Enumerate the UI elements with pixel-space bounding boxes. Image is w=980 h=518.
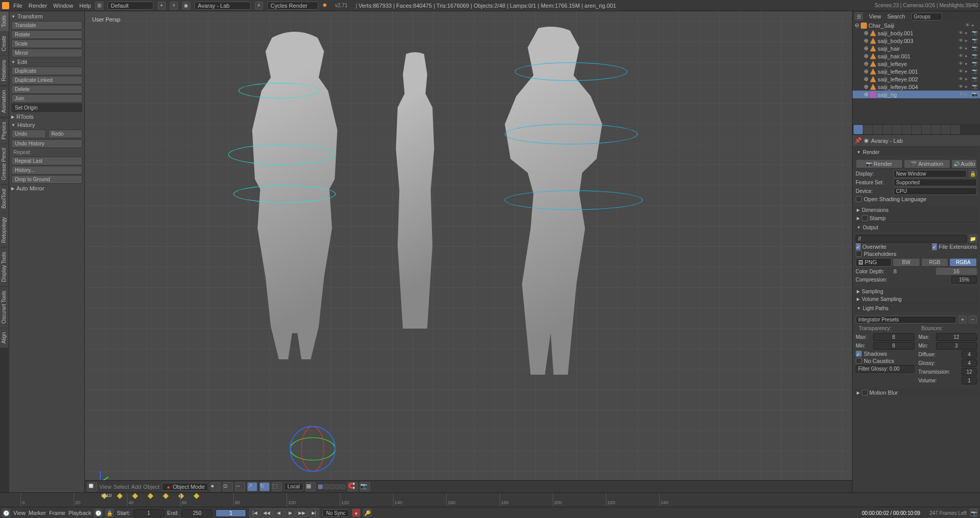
- mode-rgba[interactable]: RGBA: [949, 258, 977, 267]
- scale-button[interactable]: Scale: [11, 39, 82, 48]
- depth-8[interactable]: 8: [894, 268, 934, 274]
- select-icon[interactable]: ▸: [965, 69, 971, 75]
- lock-icon[interactable]: 🔒: [969, 169, 977, 178]
- render-icon[interactable]: 📷: [972, 69, 978, 75]
- tab-booltool[interactable]: BoolTool: [0, 185, 9, 212]
- manip-scale-icon[interactable]: ⬚: [272, 482, 282, 491]
- layout-selector[interactable]: Default: [107, 2, 154, 10]
- outliner-item[interactable]: ⊕saiji_lefteye.002👁▸📷: [853, 75, 980, 83]
- menu-render[interactable]: Render: [29, 3, 47, 9]
- pivot-icon[interactable]: ⊙: [223, 482, 233, 491]
- menu-help[interactable]: Help: [79, 3, 91, 9]
- select-icon[interactable]: ▸: [965, 53, 971, 59]
- select-icon[interactable]: ▸: [965, 76, 971, 82]
- duplicate-linked-button[interactable]: Duplicate Linked: [11, 76, 82, 84]
- layers-icon[interactable]: ▦: [306, 482, 316, 491]
- data-tab-icon[interactable]: [922, 125, 931, 134]
- drop-to-ground-button[interactable]: Drop to Ground: [11, 175, 82, 184]
- tab-display-tools[interactable]: Display Tools: [0, 248, 9, 286]
- tl-marker[interactable]: Marker: [29, 510, 46, 516]
- dimensions-header[interactable]: Dimensions: [854, 206, 979, 214]
- compression-input[interactable]: 15%: [951, 276, 977, 284]
- menu-file[interactable]: File: [13, 3, 23, 9]
- rotate-button[interactable]: Rotate: [11, 30, 82, 39]
- transform-gizmo[interactable]: [290, 426, 336, 472]
- outliner-item[interactable]: ⊕saiji_lefteye.001👁▸📷: [853, 68, 980, 75]
- add-preset-icon[interactable]: +: [959, 315, 967, 323]
- rig-control[interactable]: [233, 185, 336, 203]
- manip-rotate-icon[interactable]: ↻: [259, 482, 270, 491]
- motion-blur-header[interactable]: Motion Blur: [854, 389, 979, 397]
- visibility-icon[interactable]: 👁: [959, 69, 965, 75]
- visibility-icon[interactable]: 👁: [959, 76, 965, 82]
- mode-selector[interactable]: 🔺 Object Mode: [162, 483, 208, 491]
- auto-mirror-header[interactable]: Auto Mirror: [10, 184, 83, 192]
- timeline-ruler[interactable]: 0010 020406080100120140160180200220240: [0, 493, 980, 507]
- prev-keyframe-icon[interactable]: ◀◀: [261, 508, 272, 517]
- folder-icon[interactable]: 📁: [969, 234, 977, 243]
- outliner-item[interactable]: ⊕saiji_body.003👁▸📷: [853, 37, 980, 45]
- filter-glossy-input[interactable]: Filter Glossy: 0.00: [856, 365, 914, 373]
- vp-menu-view[interactable]: View: [99, 484, 112, 490]
- placeholders-checkbox[interactable]: [856, 251, 862, 257]
- mode-bw[interactable]: BW: [892, 258, 920, 267]
- layer-buttons[interactable]: [318, 484, 345, 489]
- bounce-max-input[interactable]: 12: [936, 333, 977, 341]
- glossy-input[interactable]: 4: [962, 359, 977, 367]
- close-layout-button[interactable]: ×: [170, 2, 178, 10]
- manip-translate-icon[interactable]: ↗: [247, 482, 257, 491]
- integrator-presets[interactable]: Integrator Presets: [856, 316, 956, 323]
- render-icon[interactable]: 📷: [972, 46, 978, 52]
- stamp-header[interactable]: Stamp: [854, 214, 979, 222]
- tab-create[interactable]: Create: [0, 32, 9, 55]
- rtools-header[interactable]: RTools: [10, 113, 83, 121]
- render-icon[interactable]: 📷: [972, 53, 978, 59]
- select-icon[interactable]: ▸: [965, 84, 971, 90]
- shading-solid-icon[interactable]: ●: [210, 482, 221, 491]
- rig-control[interactable]: [515, 62, 627, 81]
- visibility-icon[interactable]: 👁: [965, 23, 971, 29]
- tab-tools[interactable]: Tools: [0, 11, 9, 31]
- range-icon[interactable]: 🕐: [94, 509, 102, 517]
- select-icon[interactable]: ▸: [965, 46, 971, 52]
- remove-preset-icon[interactable]: −: [969, 315, 977, 323]
- world-tab-icon[interactable]: [883, 125, 892, 134]
- stamp-checkbox[interactable]: [862, 215, 868, 221]
- tl-playback[interactable]: Playback: [69, 510, 92, 516]
- output-header[interactable]: Output: [854, 224, 979, 231]
- tab-align[interactable]: Align: [0, 328, 9, 348]
- vp-menu-object[interactable]: Object: [143, 484, 160, 490]
- visibility-icon[interactable]: 👁: [959, 84, 965, 90]
- outliner-item[interactable]: ⊕saiji_hair👁▸📷: [853, 45, 980, 52]
- fileext-checkbox[interactable]: [932, 243, 937, 250]
- mode-rgb[interactable]: RGB: [921, 258, 949, 267]
- motion-blur-checkbox[interactable]: [862, 390, 868, 396]
- outliner-display-mode[interactable]: Groups: [911, 13, 942, 20]
- vp-menu-select[interactable]: Select: [114, 484, 129, 490]
- outliner-item[interactable]: ⊕saiji_lefteye👁▸📷: [853, 60, 980, 68]
- keyframe-icon[interactable]: [193, 493, 199, 499]
- display-selector[interactable]: New Window: [894, 170, 967, 178]
- render-preview-icon[interactable]: 📷: [360, 482, 370, 491]
- transp-min-input[interactable]: 8: [873, 342, 914, 350]
- tl-view[interactable]: View: [13, 510, 26, 516]
- rig-control[interactable]: [228, 144, 336, 165]
- join-button[interactable]: Join: [11, 94, 82, 103]
- caustics-checkbox[interactable]: [856, 358, 862, 364]
- 3d-viewport[interactable]: User Persp (3) aren_rig.001 <03> 🔲 View …: [85, 11, 852, 492]
- depth-16[interactable]: 16: [936, 268, 977, 275]
- render-icon[interactable]: 📷: [972, 38, 978, 44]
- keyframe-icon[interactable]: [147, 493, 153, 499]
- tab-grease-pencil[interactable]: Grease Pencil: [0, 144, 9, 184]
- current-frame-input[interactable]: [215, 509, 246, 517]
- pin-icon[interactable]: 📌: [855, 137, 862, 144]
- render-icon[interactable]: 📷: [972, 30, 978, 36]
- arrow-icon[interactable]: ▸: [972, 23, 978, 29]
- scene-selector[interactable]: Avaray - Lab: [194, 2, 251, 10]
- rig-control[interactable]: [238, 83, 320, 98]
- start-frame-input[interactable]: [134, 509, 164, 517]
- animation-button[interactable]: 🎬 Animation: [904, 159, 951, 168]
- sampling-header[interactable]: Sampling: [854, 288, 979, 295]
- render-engine-selector[interactable]: Cycles Render: [267, 2, 318, 10]
- volume-sampling-header[interactable]: Volume Sampling: [854, 295, 979, 303]
